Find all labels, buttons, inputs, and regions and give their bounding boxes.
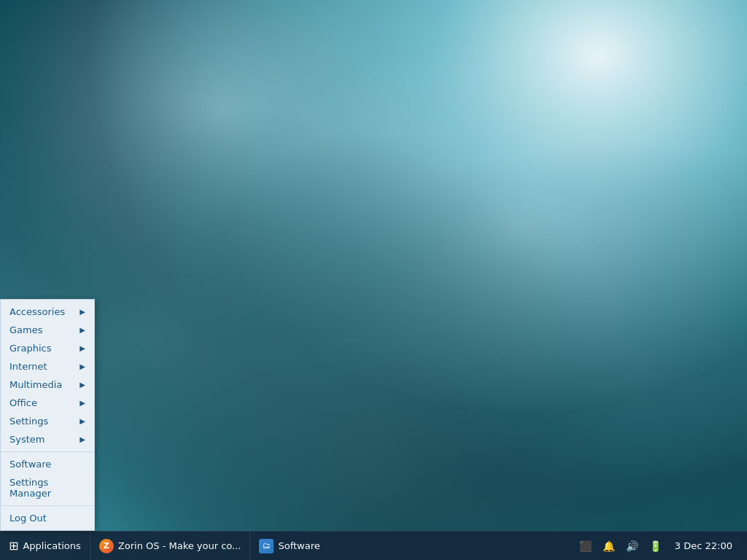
- menu-item-accessories[interactable]: Accessories ▶: [1, 303, 94, 321]
- taskbar-app-software-label: Software: [278, 540, 320, 551]
- menu-item-internet[interactable]: Internet ▶: [1, 357, 94, 376]
- battery-icon[interactable]: 🔋: [646, 536, 666, 556]
- submenu-arrow-multimedia: ▶: [80, 381, 85, 389]
- applications-menu: Accessories ▶ Games ▶ Graphics ▶ Interne…: [0, 299, 95, 531]
- submenu-arrow-settings: ▶: [80, 417, 85, 425]
- desktop: [0, 0, 747, 560]
- menu-item-settings-manager[interactable]: Settings Manager: [1, 473, 94, 502]
- clock: 3 Dec 22:00: [669, 540, 738, 551]
- zorin-logo-icon: Z: [99, 539, 114, 553]
- taskbar-right: ⬛ 🔔 🔊 🔋 3 Dec 22:00: [567, 536, 747, 556]
- taskbar-app-zorin[interactable]: Z Zorin OS - Make your co...: [90, 532, 250, 561]
- software-app-icon: 🗂: [259, 539, 274, 553]
- submenu-arrow-games: ▶: [80, 326, 85, 334]
- submenu-arrow-internet: ▶: [80, 362, 85, 370]
- notification-icon[interactable]: 🔔: [599, 536, 619, 556]
- menu-item-settings[interactable]: Settings ▶: [1, 412, 94, 430]
- menu-item-system[interactable]: System ▶: [1, 430, 94, 448]
- submenu-arrow-accessories: ▶: [80, 308, 85, 316]
- applications-icon: ⊞: [9, 539, 18, 553]
- submenu-arrow-graphics: ▶: [80, 344, 85, 352]
- menu-item-office[interactable]: Office ▶: [1, 394, 94, 412]
- menu-item-software[interactable]: Software: [1, 455, 94, 473]
- submenu-arrow-system: ▶: [80, 435, 85, 443]
- menu-item-graphics[interactable]: Graphics ▶: [1, 339, 94, 357]
- taskbar-left: ⊞ Applications Z Zorin OS - Make your co…: [0, 532, 567, 561]
- menu-separator-1: [1, 451, 94, 452]
- taskbar-app-software[interactable]: 🗂 Software: [249, 532, 328, 561]
- applications-button[interactable]: ⊞ Applications: [0, 532, 90, 561]
- submenu-arrow-office: ▶: [80, 399, 85, 407]
- volume-icon[interactable]: 🔊: [622, 536, 643, 556]
- menu-item-games[interactable]: Games ▶: [1, 321, 94, 339]
- menu-separator-2: [1, 505, 94, 506]
- applications-label: Applications: [23, 540, 80, 551]
- menu-item-multimedia[interactable]: Multimedia ▶: [1, 376, 94, 394]
- taskbar-app-zorin-label: Zorin OS - Make your co...: [118, 540, 241, 551]
- menu-item-logout[interactable]: Log Out: [1, 509, 94, 527]
- display-icon[interactable]: ⬛: [576, 536, 596, 556]
- taskbar: ⊞ Applications Z Zorin OS - Make your co…: [0, 531, 747, 560]
